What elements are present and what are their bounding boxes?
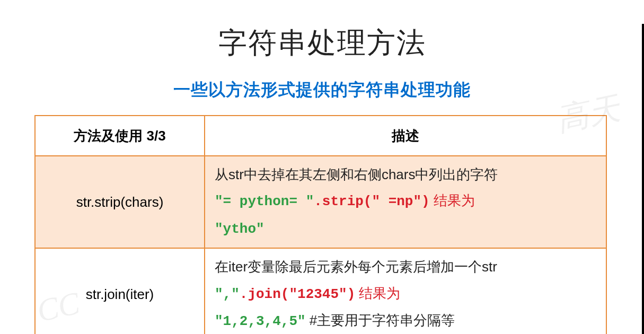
code-note: #主要用于字符串分隔等 (306, 312, 455, 328)
desc-text: 在iter变量除最后元素外每个元素后增加一个str (215, 259, 497, 275)
result-value: "ytho" (215, 221, 264, 237)
result-value: "1,2,3,4,5" (215, 313, 306, 329)
code-literal: "= python= " (215, 194, 314, 209)
code-literal: "," (215, 286, 240, 302)
result-label: 结果为 (430, 192, 475, 208)
header-method: 方法及使用 3/3 (35, 116, 205, 156)
code-call: .strip(" =np") (314, 194, 429, 209)
method-name: str.strip(chars) (35, 156, 205, 248)
result-label: 结果为 (355, 285, 400, 301)
method-desc: 在iter变量除最后元素外每个元素后增加一个str ",".join("1234… (205, 248, 606, 334)
code-call: .join("12345") (240, 286, 355, 302)
table-row: str.strip(chars) 从str中去掉在其左侧和右侧chars中列出的… (35, 156, 606, 248)
desc-text: 从str中去掉在其左侧和右侧chars中列出的字符 (215, 166, 498, 182)
slide: 字符串处理方法 一些以方法形式提供的字符串处理功能 方法及使用 3/3 描述 s… (0, 24, 644, 334)
header-desc: 描述 (205, 116, 606, 156)
page-subtitle: 一些以方法形式提供的字符串处理功能 (0, 78, 644, 102)
methods-table: 方法及使用 3/3 描述 str.strip(chars) 从str中去掉在其左… (34, 115, 607, 334)
slide-right-border (642, 24, 644, 334)
table-row: str.join(iter) 在iter变量除最后元素外每个元素后增加一个str… (35, 248, 606, 334)
page-title: 字符串处理方法 (0, 24, 644, 63)
table-header-row: 方法及使用 3/3 描述 (35, 116, 606, 156)
method-desc: 从str中去掉在其左侧和右侧chars中列出的字符 "= python= ".s… (205, 156, 606, 248)
method-name: str.join(iter) (35, 248, 205, 334)
